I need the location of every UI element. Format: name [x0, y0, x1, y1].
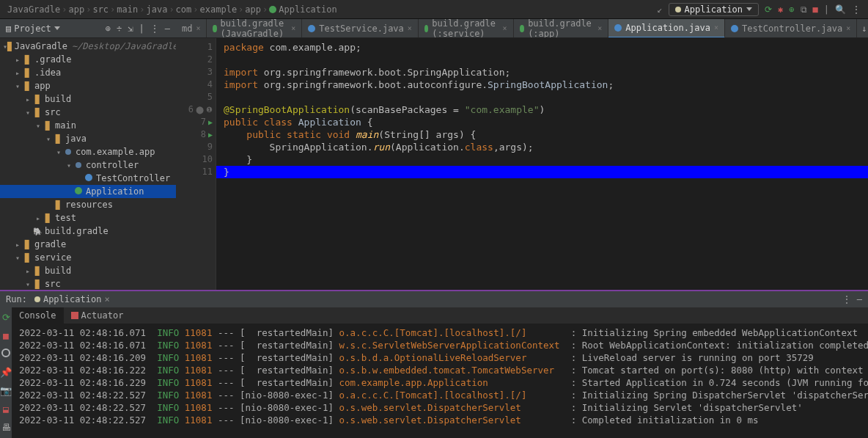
tree-node[interactable]: ▾▉JavaGradle~/Desktop/JavaGradle [0, 40, 176, 53]
more-icon[interactable]: ⋮ [852, 4, 861, 15]
collapse-icon[interactable]: ⇲ [128, 23, 133, 34]
tree-node[interactable]: ▸▉build [0, 92, 176, 106]
coverage-icon[interactable]: ⊕ [789, 4, 794, 15]
close-icon[interactable]: × [408, 24, 412, 32]
log-line: 2022-03-11 02:48:22.527 INFO 11081 --- [… [19, 401, 868, 414]
run-tabs[interactable]: ConsoleActuator [12, 307, 868, 324]
gutter-icon[interactable]: ▶ [208, 116, 213, 128]
editor-tab[interactable]: build.gradle (JavaGradle)× [207, 19, 302, 38]
close-icon[interactable]: × [846, 24, 850, 32]
project-tree[interactable]: ▾▉JavaGradle~/Desktop/JavaGradle▸▉.gradl… [0, 38, 176, 290]
run-tab[interactable]: Console [12, 307, 64, 324]
tree-label: resources [65, 200, 113, 210]
tree-label: build [45, 94, 71, 104]
tree-label: service [34, 252, 72, 263]
run-tab[interactable]: Actuator [64, 307, 131, 324]
run-config-selector[interactable]: Application [669, 3, 759, 16]
tree-node[interactable]: ▾▉service [0, 251, 176, 264]
breadcrumb[interactable]: JavaGradle›app›src›main›java›com›example… [7, 4, 337, 15]
back-icon[interactable]: ↙ [657, 4, 662, 15]
code-editor[interactable]: 123456⬤❶7▶8▶91011 package com.example.ap… [176, 38, 868, 290]
tree-node[interactable]: ▸▉gradle [0, 238, 176, 251]
close-icon[interactable]: × [196, 24, 200, 32]
select-opened-file-icon[interactable]: ⊕ [106, 23, 111, 34]
run-tool-config[interactable]: Application [43, 294, 101, 304]
tree-node[interactable]: ▸▉build [0, 264, 176, 277]
hide-icon[interactable]: — [857, 294, 862, 304]
tree-node[interactable]: ▸▉.gradle [0, 53, 176, 66]
tree-node[interactable]: ▸Application [0, 185, 176, 198]
breadcrumb-item[interactable]: example [200, 4, 238, 15]
run-icon[interactable]: ⟳ [765, 4, 772, 15]
stop-icon[interactable]: ■ [813, 4, 818, 15]
breadcrumb-item[interactable]: com [176, 4, 192, 15]
settings-icon[interactable]: | [139, 23, 144, 34]
tree-node[interactable]: ▾▉app [0, 79, 176, 92]
pin-icon[interactable]: 📌 [0, 367, 12, 378]
tree-label: test [55, 213, 76, 223]
tree-node[interactable]: ▾controller [0, 158, 176, 172]
breadcrumb-item[interactable]: java [146, 4, 167, 15]
stop-icon[interactable]: ■ [3, 330, 9, 341]
camera-icon[interactable]: 📷 [0, 385, 12, 396]
run-config-icon [675, 7, 681, 12]
debug-icon[interactable]: ✱ [778, 4, 783, 15]
code-content[interactable]: package com.example.app;import org.sprin… [216, 38, 868, 290]
project-view-label[interactable]: Project [14, 23, 51, 34]
layout-icon[interactable]: ⬓ [3, 404, 9, 415]
run-config-icon [34, 296, 40, 302]
breadcrumb-item[interactable]: Application [269, 4, 336, 15]
editor-tab[interactable]: build.gradle (:service)× [419, 19, 514, 38]
breadcrumb-item[interactable]: main [117, 4, 138, 15]
tree-node[interactable]: ▸TestController [0, 172, 176, 185]
close-icon[interactable]: × [291, 24, 295, 32]
tree-label: main [55, 120, 76, 131]
more-icon[interactable]: ⋮ [842, 294, 851, 304]
close-icon[interactable]: × [503, 24, 507, 32]
editor-tab[interactable]: TestService.java× [302, 19, 419, 38]
gutter-icon[interactable]: ❶ [206, 103, 213, 116]
tree-node[interactable]: ▾▉main [0, 119, 176, 132]
tree-node[interactable]: ▸▉test [0, 211, 176, 225]
tree-label: controller [86, 160, 139, 170]
console-output[interactable]: 2022-03-11 02:48:16.071 INFO 11081 --- [… [12, 324, 868, 438]
tree-node[interactable]: ▸▉resources [0, 198, 176, 211]
breadcrumb-item[interactable]: app [68, 4, 84, 15]
breadcrumb-item[interactable]: JavaGradle [7, 4, 60, 15]
profiler-icon[interactable]: ⧉ [801, 4, 807, 15]
close-icon[interactable]: × [104, 294, 109, 304]
editor-tab[interactable]: build.gradle (:app)× [514, 19, 609, 38]
tree-node[interactable]: ▾com.example.app [0, 145, 176, 158]
tree-node[interactable]: ▸build.gradle [0, 225, 176, 238]
breadcrumb-item[interactable]: src [92, 4, 108, 15]
run-tool-label: Run: [6, 294, 27, 304]
expand-all-icon[interactable]: ÷ [117, 23, 122, 34]
tree-node[interactable]: ▾▉java [0, 132, 176, 145]
gutter[interactable]: 123456⬤❶7▶8▶91011 [176, 38, 216, 290]
tree-node[interactable]: ▾▉src [0, 277, 176, 290]
editor-tab[interactable]: md× [176, 19, 207, 38]
editor-tabs[interactable]: md×build.gradle (JavaGradle)×TestService… [176, 19, 868, 38]
more-icon[interactable]: ⋮ [150, 23, 159, 34]
tab-overflow-icon[interactable]: ↓ [857, 23, 868, 34]
tree-label: app [34, 81, 51, 91]
tab-label: Application.java [625, 23, 710, 33]
search-icon[interactable]: 🔍 [835, 4, 846, 15]
tree-label: Application [86, 186, 144, 197]
tree-node[interactable]: ▾▉src [0, 106, 176, 119]
close-icon[interactable]: × [714, 23, 718, 32]
hide-icon[interactable]: — [165, 23, 170, 34]
editor-tab[interactable]: Application.java× [608, 19, 725, 38]
navigation-bar: JavaGradle›app›src›main›java›com›example… [0, 0, 868, 19]
close-icon[interactable]: × [597, 24, 602, 32]
editor-tab[interactable]: TestController.java× [725, 19, 857, 38]
breadcrumb-item[interactable]: app [245, 4, 261, 15]
gutter-icon[interactable]: ⬤ [196, 103, 204, 116]
tree-node[interactable]: ▸▉.idea [0, 66, 176, 79]
gutter-icon[interactable]: ▶ [208, 128, 213, 141]
chevron-down-icon[interactable] [54, 26, 60, 30]
tab-label: build.gradle (:service) [432, 19, 499, 38]
settings-icon[interactable] [1, 348, 10, 359]
print-icon[interactable]: 🖶 [1, 422, 11, 433]
rerun-icon[interactable]: ⟳ [2, 312, 10, 323]
